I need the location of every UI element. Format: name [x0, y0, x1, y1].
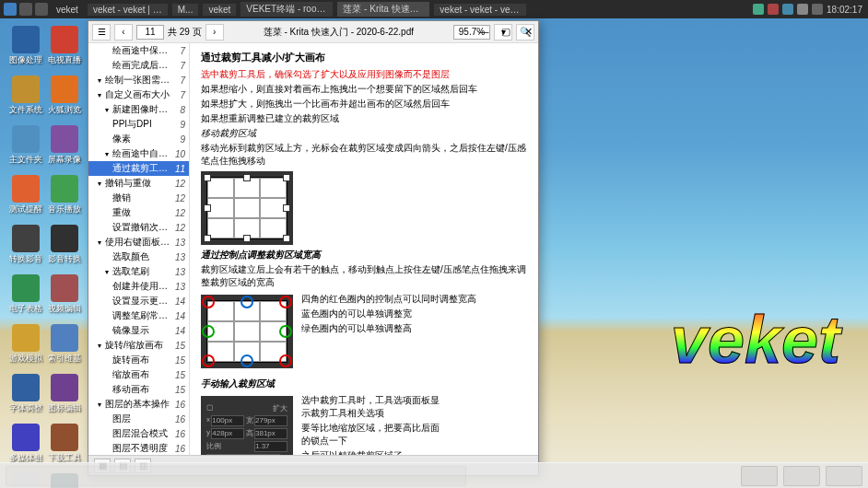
toc-item[interactable]: ▾撤销与重做12	[88, 176, 189, 191]
desktop-icon[interactable]: 文件系统	[7, 76, 44, 122]
page-number-input[interactable]	[136, 25, 164, 40]
figure-notes: 选中裁剪工具时，工具选项面板显示裁剪工具相关选项 要等比地缩放区域，把要高比后面…	[301, 392, 440, 455]
toc-item[interactable]: 移动画布15	[88, 382, 189, 397]
clock: 18:02:17	[827, 5, 862, 15]
crop-options-panel-figure: ▢扩大 x100px宽279px y428px高381px 比例1.37 整张图…	[201, 396, 293, 455]
wallpaper-brand: veket	[671, 302, 840, 378]
toc-item[interactable]: 绘画途中保存为K…7	[88, 43, 189, 58]
toolbar: ☰ ‹ 共 29 页 › 莲菜 - Krita 快速入门 - 2020-6-22…	[88, 21, 538, 43]
maximize-button[interactable]: ▢	[499, 26, 512, 39]
toc-item[interactable]: 设置撤销次数…12	[88, 220, 189, 235]
desktop-icon[interactable]: 屏幕录像	[46, 125, 83, 171]
desktop-icon[interactable]: 游戏模拟	[7, 324, 44, 370]
toc-item[interactable]: 撤销12	[88, 191, 189, 205]
volume-icon[interactable]	[797, 4, 808, 15]
launcher-icon[interactable]	[19, 3, 32, 16]
desktop-icon[interactable]: 索引维基	[46, 324, 83, 370]
launcher-icon[interactable]	[35, 3, 48, 16]
toc-item[interactable]: 像素9	[88, 132, 189, 146]
toc-item[interactable]: 缩放画布15	[88, 367, 189, 382]
toc-item[interactable]: 镜像显示14	[88, 323, 189, 338]
taskbar-button[interactable]: M...	[172, 4, 199, 16]
paragraph: 如果想缩小，则直接对着画布上拖拽出一个想要留下的区域然后回车	[201, 83, 527, 96]
subheading: 通过控制点调整裁剪区域宽高	[201, 249, 527, 261]
taskbar-button[interactable]: veket	[203, 4, 236, 16]
toc-item[interactable]: 调整笔刷常用…14	[88, 308, 189, 323]
toc-item[interactable]: ▾旋转/缩放画布15	[88, 338, 189, 353]
heading: 通过裁剪工具减小/扩大画布	[201, 51, 527, 64]
taskbar-app-name: veket	[56, 5, 78, 15]
toc-item[interactable]: 选取颜色13	[88, 250, 189, 264]
toc-item[interactable]: ▾选取笔刷13	[88, 264, 189, 279]
toc-item[interactable]: 图层不透明度16	[88, 441, 189, 455]
toc-toggle-button[interactable]: ☰	[92, 24, 111, 41]
paragraph: 裁剪区域建立后上会有若干的触点，移动到触点上按住左键/压感笔点住拖拽来调整裁剪区…	[201, 263, 527, 289]
tray-icon[interactable]	[753, 4, 764, 15]
desktop-icon[interactable]: 影音转换	[46, 225, 83, 271]
note-red: 选中裁剪工具后，确保勾选了扩大以及应用到图像而不是图层	[201, 68, 527, 81]
desktop-icon[interactable]: 主文件夹	[7, 125, 44, 171]
paragraph: 移动光标到裁剪区域上方，光标会在裁剪区域变成四向箭头，之后按住左键/压感笔点住拖…	[201, 142, 527, 168]
bottom-task-item[interactable]	[6, 466, 466, 486]
page-total: 共 29 页	[168, 26, 202, 39]
toc-item[interactable]: 设置显示更…14	[88, 294, 189, 308]
taskbar-button[interactable]: veket - veket | …	[88, 4, 168, 16]
minimize-button[interactable]: —	[477, 26, 490, 39]
window-title: 莲菜 - Krita 快速入门 - 2020-6-22.pdf	[228, 26, 450, 39]
taskbar-button[interactable]: VEKET终端 - root@vek…	[240, 2, 333, 17]
desktop-icon[interactable]: 转换影音	[7, 225, 44, 271]
crop-grid-figure	[201, 171, 293, 245]
menu-icon[interactable]	[4, 3, 17, 16]
tray-icon[interactable]	[812, 4, 823, 15]
desktop-icon[interactable]: 测试提醒	[7, 175, 44, 221]
toc-item[interactable]: 绘画完成后导出…7	[88, 58, 189, 73]
desktop-icon[interactable]: 音乐播放	[46, 175, 83, 221]
toc-item[interactable]: PPI与DPI9	[88, 117, 189, 132]
toc-item[interactable]: 图层16	[88, 412, 189, 426]
toc-item[interactable]: 旋转画布15	[88, 353, 189, 367]
desktop-icon[interactable]: 视频编辑	[46, 274, 83, 320]
bottom-task-item[interactable]	[741, 466, 778, 486]
tray-icon[interactable]	[782, 4, 793, 15]
subheading: 手动输入裁剪区域	[201, 378, 527, 390]
desktop-icons: 图像处理电视直播文件系统火狐浏览主文件夹屏幕录像测试提醒音乐播放转换影音影音转换…	[7, 26, 85, 488]
taskbar-button[interactable]: veket - veket - veke…	[434, 4, 526, 16]
content-panel: 通过裁剪工具减小/扩大画布 选中裁剪工具后，确保勾选了扩大以及应用到图像而不是图…	[190, 43, 538, 455]
bottom-task-item[interactable]	[783, 466, 820, 486]
toc-item[interactable]: 创建并使用…13	[88, 279, 189, 294]
next-page-button[interactable]: ›	[205, 24, 224, 41]
taskbar-button[interactable]: 莲菜 - Krita 快速入…	[337, 2, 429, 17]
toc-item[interactable]: ▾绘制一张图需要了…7	[88, 73, 189, 87]
desktop-icon[interactable]: 电子表格	[7, 274, 44, 320]
paragraph: 如果想扩大，则拖拽出一个比画布并超出画布的区域然后回车	[201, 98, 527, 110]
subheading: 移动裁剪区域	[201, 127, 527, 140]
toc-item[interactable]: ▾图层的基本操作16	[88, 397, 189, 412]
desktop-icon[interactable]: 字体调整	[7, 374, 44, 420]
tray-icon[interactable]	[768, 4, 779, 15]
toc-item[interactable]: ▾绘画途中自定…10	[88, 146, 189, 161]
toc-item[interactable]: 图层混合模式16	[88, 426, 189, 441]
toc-panel: 绘画途中保存为K…7绘画完成后导出…7▾绘制一张图需要了…7▾自定义画布大小7▾…	[88, 43, 190, 455]
figure-legend: 四角的红色圈内的控制点可以同时调整宽高 蓝色圈内的可以单独调整宽 绿色圈内的可以…	[301, 291, 476, 337]
desktop-icon[interactable]: 电视直播	[46, 26, 83, 72]
desktop-icon[interactable]: 图标编辑	[46, 374, 83, 420]
toc-item[interactable]: 通过裁剪工…11	[88, 161, 189, 176]
toc-item[interactable]: ▾自定义画布大小7	[88, 87, 189, 102]
top-taskbar: veket veket - veket | … M... veket VEKET…	[0, 0, 868, 18]
pdf-viewer-window: ☰ ‹ 共 29 页 › 莲菜 - Krita 快速入门 - 2020-6-22…	[88, 20, 539, 476]
crop-handles-figure	[201, 295, 293, 368]
desktop-icon[interactable]: 火狐浏览	[46, 76, 83, 122]
toc-item[interactable]: ▾新建图像时自…8	[88, 102, 189, 117]
prev-page-button[interactable]: ‹	[114, 24, 133, 41]
bottom-taskbar	[0, 462, 868, 488]
toc-item[interactable]: 重做12	[88, 205, 189, 220]
close-button[interactable]: ✕	[522, 26, 534, 39]
bottom-task-item[interactable]	[826, 466, 862, 486]
paragraph: 如果想重新调整已建立的裁剪区域	[201, 112, 527, 125]
desktop-icon[interactable]: 图像处理	[7, 26, 44, 72]
toc-item[interactable]: ▾使用右键面板来…13	[88, 235, 189, 250]
